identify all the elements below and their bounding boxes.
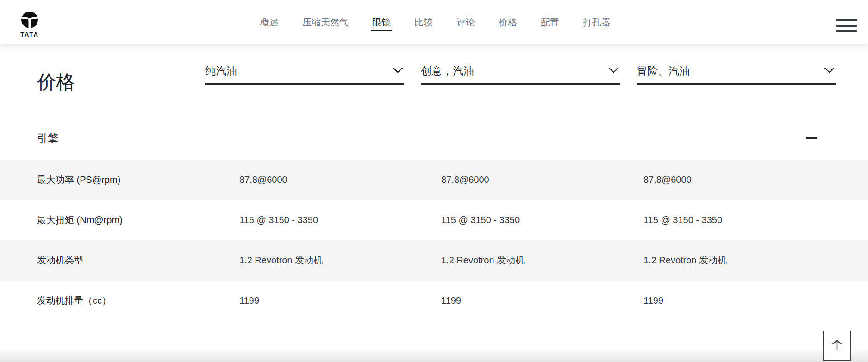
engine-spec-table: 最大功率 (PS@rpm) 87.8@6000 87.8@6000 87.8@6… (0, 160, 868, 321)
row-value-col3: 1.2 Revotron 发动机 (643, 254, 868, 267)
row-value-col2: 115 @ 3150 - 3350 (441, 215, 643, 225)
hamburger-menu-icon[interactable] (836, 19, 857, 32)
table-row-max-torque: 最大扭矩 (Nm@rpm) 115 @ 3150 - 3350 115 @ 31… (0, 200, 868, 240)
nav-item-overview[interactable]: 概述 (260, 16, 279, 28)
collapse-section-button[interactable] (804, 131, 819, 145)
table-row-displacement: 发动机排量（cc） 1199 1199 1199 (0, 281, 868, 321)
page-title: 价格 (37, 69, 75, 95)
variant-select-2-value: 创意，汽油 (421, 64, 474, 77)
variant-select-3-value: 冒险、汽油 (637, 64, 690, 77)
variant-select-2[interactable]: 创意，汽油 (421, 64, 620, 85)
row-label: 发动机类型 (37, 254, 239, 267)
row-label: 最大扭矩 (Nm@rpm) (37, 214, 239, 226)
row-value-col2: 1199 (441, 295, 643, 306)
row-value-col1: 115 @ 3150 - 3350 (239, 215, 441, 225)
nav-item-puncher[interactable]: 打孔器 (583, 16, 611, 28)
variant-select-3[interactable]: 冒险、汽油 (637, 64, 836, 85)
row-value-col3: 115 @ 3150 - 3350 (643, 215, 868, 225)
nav-item-cng[interactable]: 压缩天然气 (302, 16, 349, 28)
tata-roundel-icon (21, 22, 38, 30)
row-label: 发动机排量（cc） (37, 294, 239, 307)
variant-selectors: 纯汽油 创意，汽油 冒险、汽油 (205, 64, 836, 85)
chevron-down-icon (824, 67, 835, 75)
next-section-edge (0, 347, 868, 362)
brand-logo[interactable]: TATA (19, 11, 40, 38)
arrow-up-icon (831, 338, 843, 354)
nav-item-price[interactable]: 价格 (499, 16, 517, 28)
row-value-col1: 1.2 Revotron 发动机 (239, 254, 441, 267)
row-label: 最大功率 (PS@rpm) (37, 174, 239, 186)
chevron-down-icon (608, 67, 619, 75)
nav-item-reviews[interactable]: 评论 (456, 16, 475, 28)
table-row-engine-type: 发动机类型 1.2 Revotron 发动机 1.2 Revotron 发动机 … (0, 240, 868, 281)
main-nav: 概述 压缩天然气 眼镜 比较 评论 价格 配置 打孔器 (260, 0, 611, 44)
row-value-col1: 1199 (239, 295, 441, 306)
variant-select-1[interactable]: 纯汽油 (205, 64, 404, 85)
table-row-max-power: 最大功率 (PS@rpm) 87.8@6000 87.8@6000 87.8@6… (0, 160, 868, 200)
engine-section-header: 引擎 (37, 126, 819, 150)
chevron-down-icon (393, 67, 403, 75)
row-value-col2: 1.2 Revotron 发动机 (441, 254, 643, 267)
row-value-col2: 87.8@6000 (441, 175, 643, 185)
nav-item-glasses[interactable]: 眼镜 (372, 16, 391, 28)
variant-select-1-value: 纯汽油 (205, 64, 237, 77)
nav-item-compare[interactable]: 比较 (414, 16, 433, 28)
nav-item-config[interactable]: 配置 (541, 16, 559, 28)
row-value-col1: 87.8@6000 (239, 175, 441, 185)
minus-icon (806, 137, 817, 139)
engine-section-title: 引擎 (37, 131, 58, 145)
scroll-to-top-button[interactable] (823, 331, 851, 361)
row-value-col3: 1199 (643, 295, 868, 306)
row-value-col3: 87.8@6000 (643, 175, 868, 185)
top-header: TATA 概述 压缩天然气 眼镜 比较 评论 价格 配置 打孔器 (0, 0, 868, 44)
brand-logo-text: TATA (19, 31, 40, 38)
